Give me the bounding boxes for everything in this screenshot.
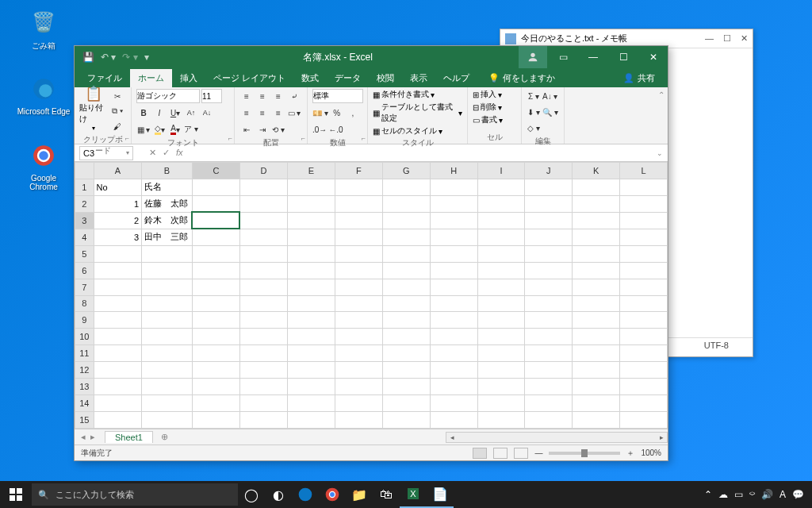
ime-indicator[interactable]: A: [779, 489, 786, 500]
taskbar-explorer[interactable]: 📁: [346, 481, 373, 508]
redo-icon[interactable]: ↷ ▾: [122, 52, 137, 63]
row-header[interactable]: 3: [75, 212, 94, 229]
column-header[interactable]: C: [192, 163, 239, 179]
cell-I15[interactable]: [477, 412, 525, 429]
accounting-button[interactable]: 💴 ▾: [312, 106, 328, 120]
tab-home[interactable]: ホーム: [130, 69, 172, 87]
desktop-edge[interactable]: Microsoft Edge: [16, 73, 71, 116]
cell-G10[interactable]: [382, 329, 430, 345]
cell-H3[interactable]: [430, 212, 477, 229]
dialog-launcher-icon[interactable]: ⌐: [362, 134, 366, 142]
clear-button[interactable]: ◇ ▾: [527, 121, 541, 135]
undo-icon[interactable]: ↶ ▾: [101, 52, 116, 63]
start-button[interactable]: [0, 481, 32, 508]
dialog-launcher-icon[interactable]: ⌐: [228, 134, 232, 142]
taskbar-store[interactable]: 🛍: [373, 481, 400, 508]
row-header[interactable]: 12: [75, 362, 94, 379]
cell-B3[interactable]: 鈴木 次郎: [142, 212, 193, 229]
align-bottom-button[interactable]: ≡: [271, 89, 285, 103]
cell-C9[interactable]: [192, 312, 239, 329]
cell-A7[interactable]: [94, 279, 141, 295]
phonetic-button[interactable]: ア ▾: [184, 122, 198, 137]
cell-L14[interactable]: [620, 395, 668, 412]
merge-button[interactable]: ▭ ▾: [287, 106, 301, 120]
cell-I11[interactable]: [477, 345, 525, 362]
border-button[interactable]: ▦ ▾: [136, 122, 151, 137]
cell-K10[interactable]: [573, 329, 620, 345]
dialog-launcher-icon[interactable]: ⌐: [125, 134, 129, 142]
cell-C15[interactable]: [192, 412, 239, 429]
tab-formulas[interactable]: 数式: [293, 69, 327, 87]
font-color-button[interactable]: A ▾: [168, 122, 182, 137]
cell-I3[interactable]: [477, 212, 525, 229]
cell-I13[interactable]: [477, 379, 525, 395]
align-left-button[interactable]: ≡: [239, 106, 254, 120]
spreadsheet-grid[interactable]: ABCDEFGHIJKL1No氏名21佐藤 太郎32鈴木 次郎43田中 三郎56…: [75, 162, 668, 429]
cell-B2[interactable]: 佐藤 太郎: [142, 195, 193, 212]
cell-L2[interactable]: [620, 195, 668, 212]
wifi-icon[interactable]: ⌔: [749, 489, 755, 500]
bold-button[interactable]: B: [136, 106, 151, 120]
cell-C14[interactable]: [192, 395, 239, 412]
cell-C1[interactable]: [192, 179, 239, 195]
tab-review[interactable]: 校閲: [369, 69, 402, 87]
cell-C11[interactable]: [192, 345, 239, 362]
taskbar-chrome[interactable]: [319, 481, 346, 508]
cell-A9[interactable]: [94, 312, 141, 329]
cell-K7[interactable]: [573, 279, 620, 295]
cell-J4[interactable]: [525, 229, 573, 245]
zoom-out-button[interactable]: ―: [534, 448, 542, 457]
excel-titlebar[interactable]: 💾 ↶ ▾ ↷ ▾ ▾ 名簿.xlsx - Excel ▭ ― ☐ ✕: [75, 46, 668, 68]
paste-button[interactable]: 📋 貼り付け ▾: [79, 89, 108, 127]
cell-D2[interactable]: [239, 195, 287, 212]
cell-H6[interactable]: [430, 262, 477, 279]
cell-K6[interactable]: [573, 262, 620, 279]
cell-J13[interactable]: [525, 379, 573, 395]
minimize-button[interactable]: ―: [579, 46, 607, 68]
cell-A12[interactable]: [94, 362, 141, 379]
cell-E1[interactable]: [287, 179, 335, 195]
cell-styles-button[interactable]: ▦セルのスタイル ▾: [373, 125, 462, 137]
cell-C2[interactable]: [192, 195, 239, 212]
cell-J8[interactable]: [525, 295, 573, 312]
cell-H14[interactable]: [430, 395, 477, 412]
cell-E5[interactable]: [287, 245, 335, 262]
cell-C4[interactable]: [192, 229, 239, 245]
cell-E11[interactable]: [287, 345, 335, 362]
cell-G14[interactable]: [382, 395, 430, 412]
cell-E15[interactable]: [287, 412, 335, 429]
cell-A13[interactable]: [94, 379, 141, 395]
cell-H10[interactable]: [430, 329, 477, 345]
cell-L13[interactable]: [620, 379, 668, 395]
cell-D8[interactable]: [239, 295, 287, 312]
cell-G1[interactable]: [382, 179, 430, 195]
cell-D10[interactable]: [239, 329, 287, 345]
maximize-button[interactable]: ☐: [723, 33, 731, 44]
cell-G5[interactable]: [382, 245, 430, 262]
cell-I2[interactable]: [477, 195, 525, 212]
cell-E12[interactable]: [287, 362, 335, 379]
cell-J5[interactable]: [525, 245, 573, 262]
cell-F9[interactable]: [335, 312, 382, 329]
tray-chevron-icon[interactable]: ⌃: [704, 489, 712, 500]
cell-B10[interactable]: [142, 329, 193, 345]
cell-E7[interactable]: [287, 279, 335, 295]
cell-E3[interactable]: [287, 212, 335, 229]
column-header[interactable]: I: [477, 163, 525, 179]
cell-K3[interactable]: [573, 212, 620, 229]
row-header[interactable]: 9: [75, 312, 94, 329]
row-header[interactable]: 8: [75, 295, 94, 312]
cell-B6[interactable]: [142, 262, 193, 279]
cell-I7[interactable]: [477, 279, 525, 295]
column-header[interactable]: H: [430, 163, 477, 179]
cell-E8[interactable]: [287, 295, 335, 312]
cell-F1[interactable]: [335, 179, 382, 195]
cell-F3[interactable]: [335, 212, 382, 229]
cell-C13[interactable]: [192, 379, 239, 395]
cell-K13[interactable]: [573, 379, 620, 395]
sheet-tab[interactable]: Sheet1: [105, 431, 153, 443]
qat-dropdown-icon[interactable]: ▾: [144, 52, 149, 63]
cell-L7[interactable]: [620, 279, 668, 295]
cell-J7[interactable]: [525, 279, 573, 295]
increase-decimal-button[interactable]: .0→: [312, 122, 327, 137]
